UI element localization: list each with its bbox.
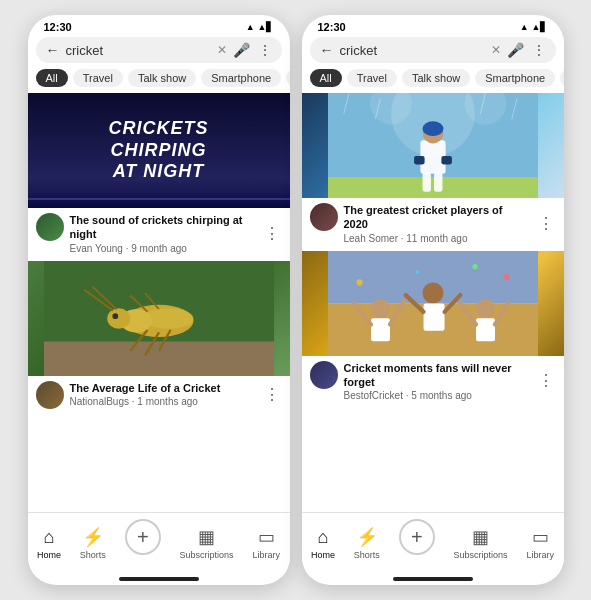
chip-travel[interactable]: Travel: [347, 69, 397, 87]
nav-library[interactable]: ▭ Library: [253, 526, 281, 560]
channel-avatar: [310, 203, 338, 231]
svg-rect-38: [423, 303, 444, 330]
chip-all[interactable]: All: [310, 69, 342, 87]
video-card[interactable]: CRICKETSCHIRPINGAT NIGHT The sound of cr…: [28, 93, 290, 259]
nav-shorts[interactable]: ⚡ Shorts: [354, 526, 380, 560]
content-area: CRICKETSCHIRPINGAT NIGHT The sound of cr…: [28, 93, 290, 512]
search-bar[interactable]: ← cricket ✕ 🎤 ⋮: [36, 37, 282, 63]
back-button[interactable]: ←: [46, 42, 60, 58]
nav-label-subscriptions: Subscriptions: [180, 550, 234, 560]
nav-library[interactable]: ▭ Library: [527, 526, 555, 560]
thumbnail-text: CRICKETSCHIRPINGAT NIGHT: [108, 118, 208, 183]
svg-rect-23: [441, 156, 452, 164]
nav-home[interactable]: ⌂ Home: [37, 527, 61, 560]
channel-avatar: [36, 381, 64, 409]
nav-label-home: Home: [311, 550, 335, 560]
nav-subscriptions[interactable]: ▦ Subscriptions: [454, 526, 508, 560]
add-button[interactable]: +: [399, 519, 435, 555]
svg-rect-34: [371, 318, 390, 341]
chip-travel[interactable]: Travel: [73, 69, 123, 87]
video-card[interactable]: The Average Life of a Cricket NationalBu…: [28, 261, 290, 414]
thumbnail-fans: [302, 251, 564, 356]
mic-button[interactable]: 🎤: [507, 42, 524, 58]
status-bar: 12:30 ▲ ▲▋: [28, 15, 290, 35]
chip-talk-show[interactable]: Talk show: [402, 69, 470, 87]
video-info: The sound of crickets chirping at night …: [28, 208, 290, 259]
video-meta: The greatest cricket players of 2020 Lea…: [344, 203, 530, 244]
nav-icon-library: ▭: [258, 526, 275, 548]
thumbnail-player: [302, 93, 564, 198]
video-more-button[interactable]: ⋮: [262, 224, 282, 243]
nav-label-home: Home: [37, 550, 61, 560]
clear-button[interactable]: ✕: [217, 43, 227, 57]
phone-right: 12:30 ▲ ▲▋ ← cricket ✕ 🎤 ⋮ AllTravelTalk…: [302, 15, 564, 585]
video-card[interactable]: The greatest cricket players of 2020 Lea…: [302, 93, 564, 249]
chip-ar[interactable]: Ar: [560, 69, 563, 87]
status-time: 12:30: [318, 21, 346, 33]
video-meta: The Average Life of a Cricket NationalBu…: [70, 381, 256, 407]
svg-point-4: [107, 308, 130, 329]
nav-label-library: Library: [527, 550, 555, 560]
chip-talk-show[interactable]: Talk show: [128, 69, 196, 87]
mic-button[interactable]: 🎤: [233, 42, 250, 58]
svg-point-46: [503, 274, 509, 280]
nav-subscriptions[interactable]: ▦ Subscriptions: [180, 526, 234, 560]
player-svg: [302, 93, 564, 198]
bottom-nav: ⌂ Home ⚡ Shorts + ▦ Subscriptions ▭ Libr…: [28, 512, 290, 577]
nav-icon-shorts: ⚡: [356, 526, 378, 548]
svg-rect-24: [422, 173, 430, 192]
video-more-button[interactable]: ⋮: [536, 371, 556, 390]
chip-all[interactable]: All: [36, 69, 68, 87]
clear-button[interactable]: ✕: [491, 43, 501, 57]
svg-rect-18: [328, 177, 538, 198]
nav-shorts[interactable]: ⚡ Shorts: [80, 526, 106, 560]
insect-svg: [28, 261, 290, 376]
video-card[interactable]: Cricket moments fans will never forget B…: [302, 251, 564, 407]
chip-smartphone[interactable]: Smartphone: [475, 69, 555, 87]
nav-icon-home: ⌂: [44, 527, 55, 548]
chip-smartphone[interactable]: Smartphone: [201, 69, 281, 87]
status-time: 12:30: [44, 21, 72, 33]
svg-rect-25: [434, 173, 442, 192]
svg-point-48: [472, 264, 477, 269]
svg-rect-42: [476, 318, 495, 341]
nav-label-shorts: Shorts: [80, 550, 106, 560]
chips-row: AllTravelTalk showSmartphoneAr: [302, 67, 564, 93]
channel-avatar: [310, 361, 338, 389]
more-button[interactable]: ⋮: [532, 42, 546, 58]
channel-avatar: [36, 213, 64, 241]
nav-label-library: Library: [253, 550, 281, 560]
video-meta: The sound of crickets chirping at night …: [70, 213, 256, 254]
status-icons: ▲ ▲▋: [246, 22, 274, 32]
svg-point-41: [476, 299, 495, 318]
svg-point-21: [422, 121, 443, 136]
chip-ar[interactable]: Ar: [286, 69, 289, 87]
fans-svg: [302, 251, 564, 356]
thumbnail-insect: [28, 261, 290, 376]
video-meta: Cricket moments fans will never forget B…: [344, 361, 530, 402]
search-query: cricket: [340, 43, 485, 58]
nav-label-subscriptions: Subscriptions: [454, 550, 508, 560]
add-button[interactable]: +: [125, 519, 161, 555]
nav-icon-library: ▭: [532, 526, 549, 548]
back-button[interactable]: ←: [320, 42, 334, 58]
more-button[interactable]: ⋮: [258, 42, 272, 58]
video-more-button[interactable]: ⋮: [536, 214, 556, 233]
video-info: Cricket moments fans will never forget B…: [302, 356, 564, 407]
video-more-button[interactable]: ⋮: [262, 385, 282, 404]
search-bar[interactable]: ← cricket ✕ 🎤 ⋮: [310, 37, 556, 63]
nav-home[interactable]: ⌂ Home: [311, 527, 335, 560]
content-area: The greatest cricket players of 2020 Lea…: [302, 93, 564, 512]
video-title: The sound of crickets chirping at night: [70, 213, 256, 242]
svg-rect-1: [44, 341, 274, 376]
home-indicator: [393, 577, 473, 581]
phone-left: 12:30 ▲ ▲▋ ← cricket ✕ 🎤 ⋮ AllTravelTalk…: [28, 15, 290, 585]
nav-icon-subscriptions: ▦: [198, 526, 215, 548]
nav-icon-subscriptions: ▦: [472, 526, 489, 548]
nav-icon-shorts: ⚡: [82, 526, 104, 548]
svg-rect-22: [414, 156, 425, 164]
wifi-icon: ▲: [520, 22, 529, 32]
video-subtitle: Leah Somer · 11 month ago: [344, 233, 530, 244]
video-subtitle: Evan Young · 9 month ago: [70, 243, 256, 254]
bottom-nav: ⌂ Home ⚡ Shorts + ▦ Subscriptions ▭ Libr…: [302, 512, 564, 577]
